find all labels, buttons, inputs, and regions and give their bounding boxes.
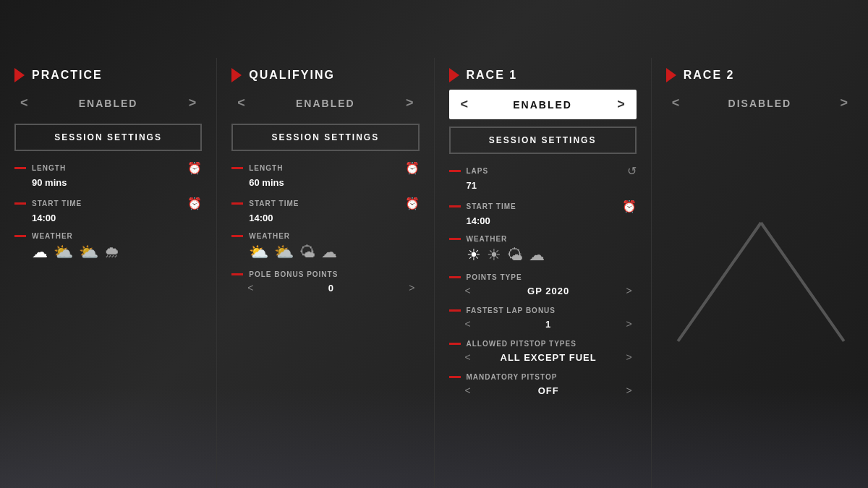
- weather-icons-race1: ☀☀🌤☁: [467, 246, 637, 265]
- x-decoration: [716, 223, 803, 367]
- toggle-next-practice[interactable]: >: [183, 93, 203, 114]
- session-settings-btn-practice[interactable]: SESSION SETTINGS: [14, 124, 202, 151]
- field-label-text: WEATHER: [32, 232, 73, 240]
- field-label-row: LENGTH ⏰: [231, 161, 419, 175]
- field-label-row: POINTS TYPE: [449, 273, 637, 281]
- field-value-0: 60 mins: [249, 177, 419, 188]
- red-dash-icon: [231, 273, 243, 275]
- toggle-next-race1[interactable]: >: [611, 94, 631, 115]
- field-label-left: FASTEST LAP BONUS: [449, 307, 556, 314]
- field-practice-2: WEATHER ☁⛅⛅🌧: [14, 232, 202, 262]
- selector-prev-6[interactable]: <: [461, 383, 475, 398]
- field-label-text: FASTEST LAP BONUS: [467, 307, 556, 314]
- field-label-left: START TIME: [449, 202, 516, 210]
- field-label-left: MANDATORY PITSTOP: [449, 373, 558, 381]
- red-dash-icon: [449, 276, 461, 278]
- selector-next-5[interactable]: >: [622, 350, 637, 364]
- x-line-2: [760, 221, 846, 341]
- selector-prev-5[interactable]: <: [461, 350, 475, 364]
- field-value-1: 14:00: [249, 213, 419, 223]
- field-label-row: WEATHER: [14, 232, 202, 240]
- field-label-text: START TIME: [467, 202, 516, 210]
- weather-icon-1[interactable]: ☀: [487, 246, 501, 265]
- field-label-row: WEATHER: [231, 232, 419, 240]
- toggle-prev-race1[interactable]: <: [455, 94, 475, 115]
- weather-icon-0[interactable]: ☀: [467, 246, 481, 265]
- selector-row-3: < 0 >: [243, 281, 419, 295]
- field-label-left: WEATHER: [449, 235, 508, 243]
- selector-value-4: 1: [475, 319, 622, 330]
- selector-prev-3[interactable]: <: [461, 283, 475, 298]
- toggle-next-qualifying[interactable]: >: [400, 93, 420, 114]
- session-settings-btn-race1[interactable]: SESSION SETTINGS: [449, 127, 637, 154]
- weather-icon-1[interactable]: ⛅: [54, 243, 73, 262]
- selector-next-4[interactable]: >: [622, 317, 637, 331]
- toggle-prev-qualifying[interactable]: <: [231, 93, 251, 114]
- red-dash-icon: [14, 235, 26, 237]
- field-value-1: 14:00: [32, 213, 202, 223]
- field-label-row: ALLOWED PITSTOP TYPES: [449, 340, 637, 348]
- section-title-race2: RACE 2: [684, 69, 735, 82]
- selector-prev-3[interactable]: <: [243, 281, 258, 295]
- toggle-next-race2[interactable]: >: [834, 93, 854, 114]
- weather-icon-3[interactable]: 🌧: [104, 243, 120, 262]
- red-dash-icon: [449, 343, 461, 345]
- selector-next-6[interactable]: >: [622, 383, 637, 398]
- field-label-row: WEATHER: [449, 235, 637, 243]
- disabled-overlay: [659, 101, 861, 488]
- red-dash-icon: [449, 205, 461, 207]
- toggle-prev-race2[interactable]: <: [666, 93, 686, 114]
- weather-icon-3[interactable]: ☁: [321, 243, 337, 262]
- field-race1-2: WEATHER ☀☀🌤☁: [449, 235, 637, 265]
- toggle-row-practice: < ENABLED >: [14, 90, 202, 116]
- field-label-left: START TIME: [231, 200, 299, 207]
- weather-icon-3[interactable]: ☁: [529, 246, 545, 265]
- field-race1-5: ALLOWED PITSTOP TYPES < ALL EXCEPT FUEL …: [449, 340, 637, 364]
- toggle-status-race1: ENABLED: [474, 99, 611, 111]
- x-line-1: [677, 221, 762, 341]
- selector-next-3[interactable]: >: [622, 283, 637, 298]
- field-label-left: WEATHER: [231, 232, 290, 240]
- field-label-text: WEATHER: [249, 232, 290, 240]
- selector-value-3: 0: [258, 283, 404, 294]
- field-label-left: LENGTH: [231, 164, 283, 172]
- selector-row-3: < GP 2020 >: [461, 283, 637, 298]
- field-race1-1: START TIME ⏰14:00: [449, 200, 637, 226]
- section-flag-icon: [14, 68, 25, 82]
- toggle-prev-practice[interactable]: <: [14, 93, 34, 114]
- section-flag-icon: [231, 68, 242, 82]
- weather-icon-0[interactable]: ⛅: [249, 243, 268, 262]
- red-dash-icon: [449, 170, 461, 172]
- section-header-practice: PRACTICE: [14, 58, 202, 90]
- section-title-race1: RACE 1: [467, 69, 518, 82]
- red-dash-icon: [231, 235, 243, 237]
- selector-prev-4[interactable]: <: [461, 317, 475, 331]
- field-icon-0: ⏰: [405, 161, 420, 175]
- field-race1-0: LAPS ↺71: [449, 164, 637, 191]
- weather-icon-2[interactable]: 🌤: [299, 243, 315, 262]
- toggle-status-race2: DISABLED: [685, 98, 834, 109]
- field-label-left: POLE BONUS POINTS: [231, 270, 338, 278]
- field-qualifying-0: LENGTH ⏰60 mins: [231, 161, 419, 188]
- weather-icon-0[interactable]: ☁: [32, 243, 48, 262]
- field-label-text: START TIME: [32, 200, 82, 207]
- red-dash-icon: [14, 167, 26, 169]
- weather-icon-2[interactable]: 🌤: [507, 246, 523, 265]
- weather-icon-2[interactable]: ⛅: [79, 243, 98, 262]
- section-header-race2: RACE 2: [666, 58, 854, 90]
- weather-icons-practice: ☁⛅⛅🌧: [32, 243, 202, 262]
- field-label-row: FASTEST LAP BONUS: [449, 307, 637, 314]
- section-qualifying: QUALIFYING < ENABLED > SESSION SETTINGS …: [217, 58, 434, 488]
- field-practice-0: LENGTH ⏰90 mins: [14, 161, 202, 188]
- selector-row-4: < 1 >: [461, 317, 637, 331]
- section-flag-icon: [449, 68, 459, 82]
- toggle-row-qualifying: < ENABLED >: [231, 90, 419, 116]
- field-icon-1: ⏰: [405, 197, 420, 210]
- field-label-row: MANDATORY PITSTOP: [449, 373, 637, 381]
- selector-next-3[interactable]: >: [404, 281, 419, 295]
- weather-icon-1[interactable]: ⛅: [274, 243, 294, 262]
- session-settings-btn-qualifying[interactable]: SESSION SETTINGS: [231, 124, 419, 151]
- field-value-1: 14:00: [467, 215, 637, 226]
- section-practice: PRACTICE < ENABLED > SESSION SETTINGS LE…: [0, 58, 217, 488]
- red-dash-icon: [449, 309, 461, 312]
